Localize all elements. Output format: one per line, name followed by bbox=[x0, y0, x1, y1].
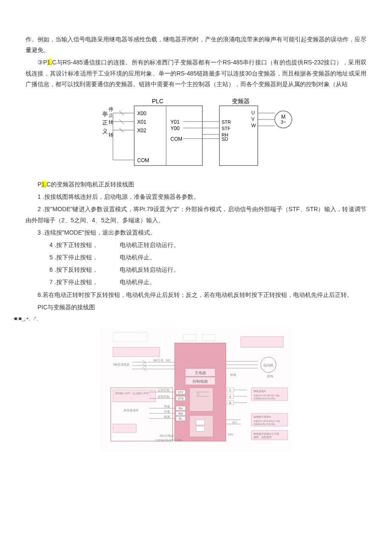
svg-text:中速: 中速 bbox=[164, 410, 170, 413]
c-terminal: C bbox=[229, 389, 231, 392]
svg-text:多段速选择: 多段速选择 bbox=[124, 409, 138, 412]
left-label-2: 义 bbox=[102, 128, 108, 134]
para2-prefix: ③P bbox=[37, 59, 47, 66]
svg-text:MCC B: MCC B bbox=[153, 359, 163, 362]
com-left: COM bbox=[137, 157, 149, 163]
svg-text:初通过Pr.192 ABC端子功能: 初通过Pr.192 ABC端子功能 bbox=[254, 394, 280, 397]
step-1: 1 .按接线图将线连好后，启动电源，准备设置变频器各参数。 bbox=[26, 192, 366, 202]
paragraph-1: 作。例如，当输入信号电路采用继电器等感性负载，继电器开闭时，产生的浪涌电流带来的… bbox=[26, 34, 366, 55]
caption-2: PIC与变频器的接线图 bbox=[26, 302, 366, 313]
svg-text:接地: 接地 bbox=[267, 375, 273, 378]
x00: X00 bbox=[137, 110, 147, 116]
step5b: 电动机停止。 bbox=[108, 252, 156, 263]
main-circuit-label: 主电路 bbox=[195, 371, 206, 375]
step7b: 电动机停止。 bbox=[108, 277, 156, 288]
step-6: 6 .按下反转按钮， 电动机反转启动运行。 bbox=[26, 264, 366, 275]
step-4: 4 .按下正转按钮， 电动机正转启动运行。 bbox=[26, 240, 366, 250]
plc-label: PLC bbox=[152, 98, 163, 105]
caption-1: P1.C的变频器控制电机正反转接线图 bbox=[26, 179, 366, 190]
svg-text:漏型、源型通用: 漏型、源型通用 bbox=[254, 436, 271, 439]
svg-text:高速: 高速 bbox=[164, 405, 170, 408]
u-out: U bbox=[251, 110, 255, 115]
y00: Y00 bbox=[170, 125, 180, 131]
rh-terminal: RH bbox=[179, 407, 183, 410]
y01: Y01 bbox=[170, 119, 180, 125]
svg-text:24V: 24V bbox=[228, 433, 233, 436]
step-5: 5 .按下停止按钮， 电动机停止。 bbox=[26, 252, 366, 263]
com-right: COM bbox=[170, 136, 182, 142]
svg-text:（外部电源具有警示系统）: （外部电源具有警示系统） bbox=[153, 439, 184, 442]
paragraph-2: ③P1.C与RS-485通信接口的连接。所有的标准西门子变频器都有一个RS-48… bbox=[26, 57, 366, 90]
vfd-label: 变频器 bbox=[232, 98, 250, 105]
step6b: 电动机反转启动运行。 bbox=[108, 264, 179, 275]
ll-2: 转 bbox=[109, 119, 113, 125]
ll-0: 停 bbox=[109, 107, 113, 112]
highlight-2: 1. bbox=[41, 181, 46, 188]
stf-terminal: STF bbox=[178, 391, 183, 394]
svg-rect-73 bbox=[196, 426, 205, 431]
str: STR bbox=[222, 119, 231, 125]
svg-text:控制输入信号（左边输入方式）: 控制输入信号（左边输入方式） bbox=[115, 392, 151, 395]
cap1-prefix: P bbox=[37, 181, 41, 188]
control-circuit-label: 控制电路 bbox=[193, 379, 208, 384]
step-7: 7 .按下停止按钮， 电动机停止。 bbox=[26, 277, 366, 288]
step4a: 4 .按下正转按钮， bbox=[37, 240, 98, 250]
svg-text:集电极开路输出: 集电极开路输出 bbox=[254, 416, 271, 418]
x01: X01 bbox=[137, 119, 147, 125]
rm-terminal: RM bbox=[179, 412, 183, 415]
ll-4: 转 bbox=[109, 132, 113, 137]
para2-rest: C与RS-485通信接口的连接。所有的标准西门子变频器都有一个RS-485串行接… bbox=[26, 59, 366, 87]
step7a: 7 .按下停止按钮， bbox=[37, 277, 98, 288]
str-terminal: STR bbox=[178, 397, 184, 400]
step6a: 6 .按下反转按钮， bbox=[37, 264, 98, 275]
svg-text:选择来改变端子的功能。: 选择来改变端子的功能。 bbox=[254, 423, 277, 425]
svg-text:集电极开路输出公共端: 集电极开路输出公共端 bbox=[254, 433, 279, 435]
x02: X02 bbox=[137, 128, 147, 134]
b-terminal: B bbox=[229, 401, 231, 404]
step-2: 2 .按"MODE"键进入参数设置模式，将Pr.79设置为"2"：外部操作模式，… bbox=[26, 204, 366, 225]
wiring-diagram-2: 主电路 控制电路 3相交流电源 MCC B MC 电动机 接地 接地 控制输入信… bbox=[100, 328, 292, 452]
rl-terminal: RL bbox=[179, 417, 183, 420]
svg-text:正转启动: 正转启动 bbox=[158, 389, 170, 392]
svg-rect-20 bbox=[241, 337, 283, 347]
left-label-0: 亭 bbox=[102, 111, 108, 117]
step5a: 5 .按下停止按钮， bbox=[37, 252, 98, 263]
svg-rect-55 bbox=[113, 424, 136, 433]
svg-text:3相交流电源: 3相交流电源 bbox=[113, 363, 130, 366]
svg-text:选择来改变端子的功能。: 选择来改变端子的功能。 bbox=[254, 397, 277, 400]
left-label-1: 正 bbox=[102, 119, 108, 126]
svg-text:反转启动: 反转启动 bbox=[158, 395, 170, 398]
sd: SD bbox=[222, 137, 228, 142]
svg-text:MC: MC bbox=[166, 359, 171, 362]
svg-text:初通过Pr.190 RUN端子功能: 初通过Pr.190 RUN端子功能 bbox=[254, 420, 280, 422]
highlight-1: 1. bbox=[47, 59, 52, 66]
symbol-line: ·■:■_,·•、/'、 bbox=[13, 314, 366, 324]
step4b: 电动机正转启动运行。 bbox=[108, 240, 179, 250]
svg-rect-19 bbox=[113, 347, 160, 357]
ground-label: 接地 bbox=[230, 373, 236, 376]
stf: STF bbox=[222, 126, 231, 131]
w-out: W bbox=[251, 123, 256, 128]
step-3: 3 .连续按"MODE"按钮，退出参数设置模式。 bbox=[26, 227, 366, 238]
svg-text:低速: 低速 bbox=[164, 415, 170, 418]
svg-text:电动机: 电动机 bbox=[263, 363, 274, 367]
motor-m: M bbox=[281, 114, 285, 120]
v-out: V bbox=[251, 116, 255, 122]
svg-rect-57 bbox=[190, 388, 213, 411]
step-8: 8.若在电动正转时按下反转按钮，电动机先停止后反转；反之，若在电动机反转时按下正… bbox=[26, 290, 366, 300]
svg-rect-72 bbox=[196, 420, 205, 425]
svg-text:继电器输出: 继电器输出 bbox=[254, 390, 266, 392]
nci-label: NCI小电源 bbox=[160, 434, 174, 437]
svg-text:运行: 运行 bbox=[232, 421, 237, 424]
motor-3: 3~ bbox=[281, 119, 286, 125]
cap1-rest: C的变频器控制电机正反转接线图 bbox=[46, 181, 134, 188]
wiring-diagram-1: PLC 亭 正 义 停 止 转 转 X00 X01 X02 COM Y01 Y0… bbox=[98, 98, 294, 171]
ll-1: 止 bbox=[109, 113, 113, 118]
a-terminal: A bbox=[229, 395, 231, 398]
